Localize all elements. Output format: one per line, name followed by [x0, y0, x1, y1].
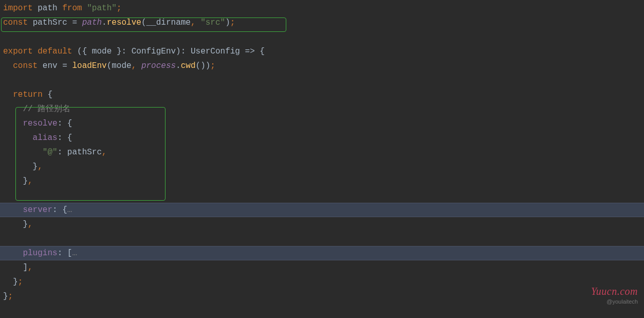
code-line[interactable]: const env = loadEnv(mode, process.cwd())… [0, 59, 644, 73]
arrow: => [245, 47, 255, 56]
identifier: mode [112, 61, 131, 70]
code-line-empty[interactable] [0, 30, 644, 44]
colon: : [58, 133, 63, 143]
function-call: cwd [181, 61, 196, 70]
code-line-collapsed[interactable]: plugins: [… [0, 246, 644, 260]
object: process [136, 61, 176, 70]
semicolon: ; [117, 4, 122, 13]
type: UserConfig [186, 47, 245, 56]
semicolon: ; [230, 18, 235, 27]
paren: ( [141, 18, 146, 27]
code-line[interactable]: }; [0, 275, 644, 289]
code-line[interactable]: return { [0, 87, 644, 102]
object: path [82, 18, 102, 27]
brace: { [43, 90, 52, 99]
brace: { [62, 119, 72, 128]
code-line[interactable]: resolve: { [0, 116, 644, 131]
brace: { [255, 47, 265, 56]
operator: = [72, 18, 77, 27]
semicolon: ; [8, 292, 13, 301]
fold-ellipsis-icon[interactable]: … [67, 205, 72, 215]
keyword-const: const [3, 61, 38, 70]
identifier: path [38, 4, 57, 13]
property: alias [3, 133, 58, 143]
colon: : [58, 119, 63, 128]
identifier: __dirname [146, 18, 191, 27]
brace: { [82, 47, 87, 56]
code-line[interactable]: const pathSrc = path.resolve(__dirname, … [0, 15, 644, 30]
comma: , [28, 263, 33, 272]
keyword-default: default [38, 47, 72, 56]
identifier: mode [87, 47, 117, 56]
type: ConfigEnv [126, 47, 176, 56]
comma: , [28, 176, 33, 186]
keyword-from: from [62, 4, 82, 13]
comma: , [191, 18, 196, 27]
property: plugins [3, 249, 58, 258]
code-line-collapsed[interactable]: server: {… [0, 203, 644, 217]
comment: // 路径别名 [3, 104, 70, 114]
comma: , [38, 162, 43, 171]
colon: : [58, 249, 63, 258]
property: resolve [3, 119, 58, 128]
bracket: ] [3, 263, 28, 272]
string: "path" [87, 4, 117, 13]
colon: : [52, 205, 58, 215]
code-line[interactable]: "@": pathSrc, [0, 145, 644, 160]
code-line[interactable]: ], [0, 260, 644, 275]
paren: ( [77, 47, 82, 56]
semicolon: ; [210, 61, 215, 70]
function-call: resolve [107, 18, 141, 27]
brace: } [3, 277, 18, 287]
keyword-const: const [3, 18, 28, 27]
paren: ) [200, 61, 206, 70]
property: server [3, 205, 52, 215]
code-line[interactable]: }, [0, 217, 644, 232]
paren: ) [176, 47, 181, 56]
comma: , [28, 220, 33, 229]
paren: ) [206, 61, 211, 70]
code-line[interactable]: alias: { [0, 131, 644, 145]
keyword-export: export [3, 47, 33, 56]
code-editor[interactable]: import path from "path"; const pathSrc =… [0, 0, 644, 305]
colon: : [181, 47, 186, 56]
code-line[interactable]: }, [0, 174, 644, 188]
brace: { [58, 205, 67, 215]
paren: ( [196, 61, 201, 70]
function-call: loadEnv [67, 61, 107, 70]
watermark-author: @youlaitech [606, 294, 638, 309]
code-line-empty[interactable] [0, 232, 644, 246]
keyword-import: import [3, 4, 33, 13]
colon: : [58, 148, 63, 157]
code-line[interactable]: export default ({ mode }: ConfigEnv): Us… [0, 44, 644, 59]
code-line-empty[interactable] [0, 73, 644, 87]
string: "src" [196, 18, 226, 27]
identifier: pathSrc [62, 148, 102, 157]
paren: ) [225, 18, 230, 27]
identifier: pathSrc [33, 18, 67, 27]
colon: : [121, 47, 126, 56]
brace: } [3, 220, 28, 229]
comma: , [132, 61, 137, 70]
paren: ( [107, 61, 112, 70]
bracket: [ [62, 249, 72, 258]
operator: = [62, 61, 67, 70]
semicolon: ; [18, 277, 23, 287]
brace: } [3, 176, 28, 186]
keyword-return: return [3, 90, 43, 99]
brace: } [3, 162, 38, 171]
code-line[interactable]: }; [0, 289, 644, 304]
code-line[interactable]: }, [0, 160, 644, 174]
string-key: "@" [3, 148, 58, 157]
code-line[interactable]: import path from "path"; [0, 1, 644, 15]
brace: } [3, 292, 8, 301]
dot: . [176, 61, 181, 70]
brace: { [62, 133, 72, 143]
code-line-empty[interactable] [0, 188, 644, 203]
code-line[interactable]: // 路径别名 [0, 102, 644, 116]
comma: , [102, 148, 107, 157]
dot: . [102, 18, 107, 27]
fold-ellipsis-icon[interactable]: … [72, 249, 77, 258]
identifier: env [38, 61, 62, 70]
